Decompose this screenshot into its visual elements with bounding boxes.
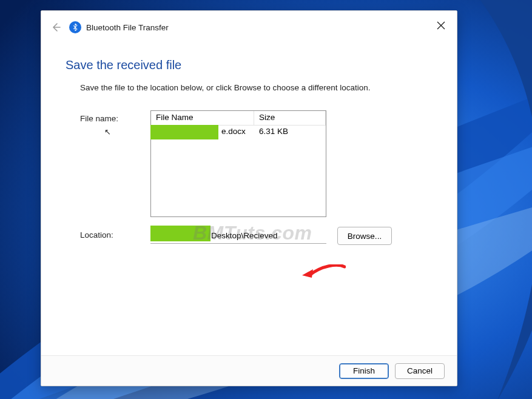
annotation-arrow-icon [301,264,346,285]
titlebar: Bluetooth File Transfer [41,11,457,44]
close-icon [437,21,445,30]
content-area: Save the received file Save the file to … [41,44,457,355]
file-list[interactable]: File Name Size e.docx 6.31 KB [150,110,326,217]
desktop-background: Bluetooth File Transfer Save the receive… [0,0,532,399]
file-cell-name: e.docx [151,126,254,139]
close-button[interactable] [433,17,450,34]
location-row: Location: Desktop\Recieved Browse... [80,227,433,245]
page-heading: Save the received file [66,58,433,72]
browse-button[interactable]: Browse... [337,227,392,245]
file-row[interactable]: e.docx 6.31 KB [151,126,326,139]
location-input[interactable]: Desktop\Recieved [150,228,326,244]
file-name-row: File name: File Name Size e.docx 6.31 KB [80,110,433,217]
bluetooth-icon [69,21,81,33]
window-title: Bluetooth File Transfer [86,23,169,32]
redaction-block [150,125,218,139]
file-cell-size: 6.31 KB [254,126,326,139]
location-group: Desktop\Recieved Browse... [150,227,392,245]
file-name-label: File name: [80,110,150,123]
instruction-text: Save the file to the location below, or … [80,83,433,92]
footer-bar: Finish Cancel [41,355,457,386]
back-button[interactable] [49,20,63,35]
redaction-block [150,226,210,241]
finish-button[interactable]: Finish [339,363,389,379]
back-arrow-icon [51,22,61,32]
dialog-window: Bluetooth File Transfer Save the receive… [41,10,457,386]
location-label: Location: [80,227,150,240]
col-header-size[interactable]: Size [254,111,326,125]
file-list-header: File Name Size [151,111,326,126]
col-header-name[interactable]: File Name [151,111,254,125]
cancel-button[interactable]: Cancel [395,363,445,379]
